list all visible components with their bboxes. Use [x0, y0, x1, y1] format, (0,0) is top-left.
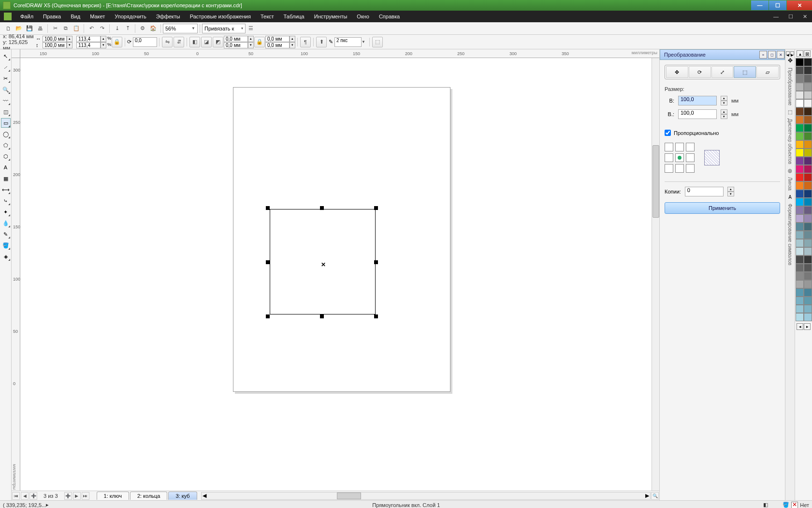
docker-close-button[interactable]: ✕	[777, 51, 784, 59]
color-swatch[interactable]	[796, 157, 804, 165]
color-swatch[interactable]	[804, 116, 812, 124]
color-swatch[interactable]	[796, 214, 804, 223]
handle-mid-right[interactable]	[374, 260, 378, 264]
minimize-button[interactable]: —	[751, 0, 768, 10]
color-swatch[interactable]	[804, 149, 812, 157]
palette-nav-right[interactable]: ▸	[804, 323, 811, 330]
zoom-select[interactable]: 56%▼	[163, 24, 198, 33]
export-button[interactable]: ⤒	[123, 24, 132, 33]
page-tab-1[interactable]: 1: ключ	[97, 492, 129, 500]
maximize-button[interactable]: ☐	[769, 0, 786, 10]
cut-button[interactable]: ✂	[50, 24, 60, 33]
docker-tab-objects[interactable]: Диспетчер объектов	[787, 117, 793, 166]
corner-lock-button[interactable]: 🔒	[254, 37, 265, 47]
handle-bot-left[interactable]	[266, 314, 270, 318]
corner-shape-2[interactable]: ◪	[201, 37, 212, 47]
color-swatch[interactable]	[804, 173, 812, 181]
docker-collapse-button[interactable]: »	[759, 51, 767, 59]
undo-button[interactable]: ↶	[87, 24, 96, 33]
interactive-fill-tool[interactable]: ◈	[1, 252, 11, 261]
color-swatch[interactable]	[796, 107, 804, 116]
color-swatch[interactable]	[796, 66, 804, 75]
obj-height-input[interactable]: 100,0 мм	[43, 42, 67, 48]
paste-button[interactable]: 📋	[72, 24, 81, 33]
color-swatch[interactable]	[804, 297, 812, 305]
next-page-button[interactable]: ▶	[73, 492, 81, 500]
open-button[interactable]: 📂	[14, 24, 24, 33]
wrap-text-button[interactable]: ¶	[300, 37, 311, 47]
color-swatch[interactable]	[796, 190, 804, 198]
first-page-button[interactable]: ⏮	[12, 492, 20, 500]
color-swatch[interactable]	[804, 75, 812, 83]
color-swatch[interactable]	[796, 272, 804, 280]
to-front-button[interactable]: ⬆	[316, 37, 327, 47]
dimension-tool[interactable]: ⟷	[1, 185, 11, 194]
anchor-tr[interactable]	[686, 143, 695, 151]
color-swatch[interactable]	[804, 247, 812, 255]
color-swatch[interactable]	[796, 198, 804, 206]
vertical-ruler[interactable]: 300250200150100500 миллиметры	[12, 58, 20, 491]
color-swatch[interactable]	[804, 140, 812, 149]
fill-indicator[interactable]: 🪣Нет	[783, 502, 809, 508]
transform-scale-tab[interactable]: ⤢	[711, 66, 734, 78]
menu-help[interactable]: Справка	[374, 12, 405, 21]
color-swatch[interactable]	[796, 231, 804, 239]
welcome-button[interactable]: 🏠	[148, 24, 158, 33]
rectangle-tool[interactable]: ▭	[1, 118, 11, 128]
color-swatch[interactable]	[804, 91, 812, 99]
menu-edit[interactable]: Правка	[38, 12, 66, 21]
color-swatch[interactable]	[796, 280, 804, 288]
color-swatch[interactable]	[804, 272, 812, 280]
color-swatch[interactable]	[796, 99, 804, 107]
color-swatch[interactable]	[796, 288, 804, 297]
pick-tool[interactable]: ↖	[1, 51, 11, 61]
crop-tool[interactable]: ✂	[1, 74, 11, 83]
anchor-ml[interactable]	[665, 153, 673, 162]
color-swatch[interactable]	[796, 297, 804, 305]
zoom-tool[interactable]: 🔍	[1, 85, 11, 94]
connector-tool[interactable]: ⤷	[1, 196, 11, 206]
canvas[interactable]: ✕	[20, 58, 652, 491]
mirror-h-button[interactable]: ⇋	[162, 37, 173, 47]
color-swatch[interactable]	[804, 313, 812, 321]
outline-width-input[interactable]: 2 пкс	[334, 37, 362, 47]
scale-x-input[interactable]: 113,4	[76, 36, 101, 42]
corner-2-input[interactable]: 0,0 мм	[224, 42, 248, 48]
color-swatch[interactable]	[804, 280, 812, 288]
color-swatch[interactable]	[804, 255, 812, 264]
color-swatch[interactable]	[796, 239, 804, 247]
mdi-restore[interactable]: ☐	[783, 12, 798, 21]
color-swatch[interactable]	[804, 206, 812, 214]
transform-width-input[interactable]: 100,0	[678, 96, 717, 105]
docker-undock-button[interactable]: ◻	[768, 51, 776, 59]
color-swatch[interactable]	[804, 124, 812, 132]
color-swatch[interactable]	[804, 66, 812, 75]
save-button[interactable]: 💾	[25, 24, 34, 33]
color-swatch[interactable]	[804, 165, 812, 173]
menu-table[interactable]: Таблица	[279, 12, 309, 21]
obj-width-input[interactable]: 100,0 мм	[43, 36, 67, 42]
docker-tab-transform[interactable]: Преобразование	[787, 66, 793, 107]
handle-bot-mid[interactable]	[320, 314, 324, 318]
menu-text[interactable]: Текст	[256, 12, 279, 21]
color-swatch[interactable]	[804, 231, 812, 239]
color-swatch[interactable]	[796, 223, 804, 231]
color-swatch[interactable]	[796, 264, 804, 272]
polygon-tool[interactable]: ⬠	[1, 140, 11, 150]
menu-view[interactable]: Вид	[66, 12, 85, 21]
color-swatch[interactable]	[804, 107, 812, 116]
horizontal-ruler[interactable]: 15010050050100150200250300350 миллиметры	[12, 49, 659, 58]
fill-tool[interactable]: 🪣	[1, 240, 11, 250]
anchor-tm[interactable]	[675, 143, 684, 151]
appstate-button[interactable]: ⚙	[138, 24, 147, 33]
transform-size-tab[interactable]: ⬚	[734, 66, 756, 78]
color-swatch[interactable]	[804, 58, 812, 66]
docker-tab-lens[interactable]: Линза	[787, 175, 793, 193]
menu-window[interactable]: Окно	[352, 12, 374, 21]
import-button[interactable]: ⤓	[112, 24, 122, 33]
docker-tab-charformat[interactable]: Форматирование символов	[787, 202, 793, 267]
handle-bot-right[interactable]	[374, 314, 378, 318]
color-swatch[interactable]	[804, 305, 812, 313]
anchor-bm[interactable]	[675, 164, 684, 173]
color-swatch[interactable]	[804, 288, 812, 297]
